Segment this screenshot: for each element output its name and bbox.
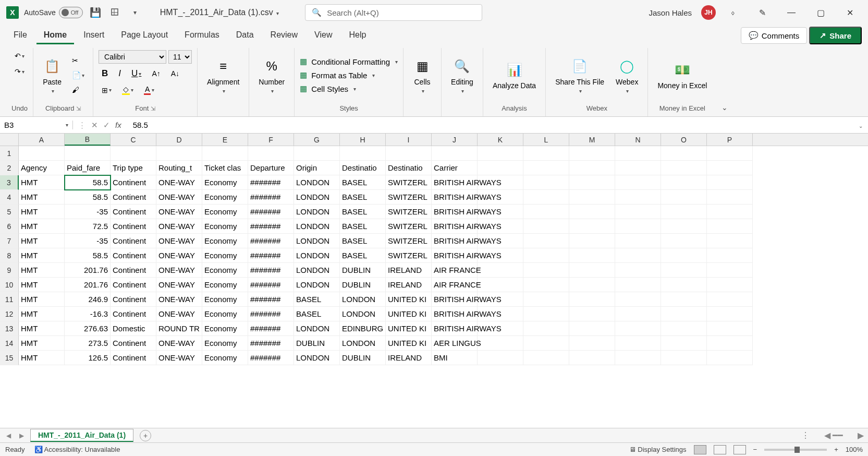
normal-view-button[interactable] [694,445,706,454]
menu-tab-formulas[interactable]: Formulas [177,27,227,44]
paste-button[interactable]: 📋Paste▾ [39,55,66,96]
cell-I8[interactable]: SWITZERL [386,248,432,263]
cell-A5[interactable]: HMT [19,205,65,219]
cell-L13[interactable] [523,321,569,336]
cell-H7[interactable]: BASEL [340,234,386,248]
font-color-button[interactable]: A ▾ [141,83,157,97]
cell-B3[interactable]: 58.5 [65,175,111,190]
cell-styles-button[interactable]: ▦ Cell Styles ▾ [300,84,398,93]
cell-J9[interactable]: AIR FRANCE [432,263,478,278]
row-header-8[interactable]: 8 [0,248,19,263]
copy-button[interactable]: 📄 ▾ [69,69,88,81]
cell-K9[interactable] [478,263,523,278]
editing-button[interactable]: 🔍Editing▾ [447,55,478,96]
cell-N2[interactable] [615,161,661,175]
cell-C6[interactable]: Continent [111,219,156,234]
qat-dropdown[interactable]: ▾ [128,5,142,20]
cell-P12[interactable] [707,307,753,321]
cell-H4[interactable]: BASEL [340,190,386,205]
cell-J11[interactable]: BRITISH AIRWAYS [432,292,478,307]
cell-F10[interactable]: ####### [248,278,294,292]
cell-E13[interactable]: Economy [202,321,248,336]
menu-tab-data[interactable]: Data [229,27,261,44]
cell-J8[interactable]: BRITISH AIRWAYS [432,248,478,263]
cell-O2[interactable] [661,161,707,175]
column-header-A[interactable]: A [19,134,65,146]
cell-J5[interactable]: BRITISH AIRWAYS [432,205,478,219]
cell-P7[interactable] [707,234,753,248]
font-size-select[interactable]: 11 [168,50,192,64]
cell-G2[interactable]: Origin [294,161,340,175]
cell-B2[interactable]: Paid_fare [65,161,111,175]
cell-G12[interactable]: BASEL [294,307,340,321]
cell-P5[interactable] [707,205,753,219]
cell-H14[interactable]: LONDON [340,336,386,351]
cell-M8[interactable] [569,248,615,263]
underline-button[interactable]: U ▾ [128,67,144,80]
cell-K14[interactable] [478,336,523,351]
cell-O7[interactable] [661,234,707,248]
hscroll-right[interactable]: ▶ [858,430,864,440]
cell-N4[interactable] [615,190,661,205]
row-header-10[interactable]: 10 [0,278,19,292]
cell-I9[interactable]: IRELAND [386,263,432,278]
cell-A14[interactable]: HMT [19,336,65,351]
cell-N1[interactable] [615,146,661,161]
cell-H10[interactable]: DUBLIN [340,278,386,292]
cell-G5[interactable]: LONDON [294,205,340,219]
cell-L14[interactable] [523,336,569,351]
cell-L7[interactable] [523,234,569,248]
menu-tab-file[interactable]: File [6,27,34,44]
page-break-view-button[interactable] [733,445,746,454]
webex-button[interactable]: ◯Webex▾ [612,55,642,96]
cell-I5[interactable]: SWITZERL [386,205,432,219]
row-header-1[interactable]: 1 [0,146,19,161]
column-header-P[interactable]: P [707,134,753,146]
cell-G6[interactable]: LONDON [294,219,340,234]
cell-L1[interactable] [523,146,569,161]
row-header-14[interactable]: 14 [0,336,19,351]
cell-N8[interactable] [615,248,661,263]
cell-D12[interactable]: ONE-WAY [156,307,202,321]
decrease-font-button[interactable]: A↓ [168,68,182,79]
cell-B4[interactable]: 58.5 [65,190,111,205]
cell-N5[interactable] [615,205,661,219]
cell-F2[interactable]: Departure [248,161,294,175]
cell-J6[interactable]: BRITISH AIRWAYS [432,219,478,234]
cell-A7[interactable]: HMT [19,234,65,248]
cell-P8[interactable] [707,248,753,263]
close-button[interactable]: ✕ [838,2,862,23]
cell-K5[interactable] [478,205,523,219]
menu-tab-home[interactable]: Home [36,27,74,44]
cell-I6[interactable]: SWITZERL [386,219,432,234]
cell-K2[interactable] [478,161,523,175]
cell-M3[interactable] [569,175,615,190]
cell-C13[interactable]: Domestic [111,321,156,336]
cell-O10[interactable] [661,278,707,292]
cell-B15[interactable]: 126.5 [65,351,111,365]
cell-O3[interactable] [661,175,707,190]
cell-C9[interactable]: Continent [111,263,156,278]
cell-F6[interactable]: ####### [248,219,294,234]
cell-H15[interactable]: DUBLIN [340,351,386,365]
cell-L2[interactable] [523,161,569,175]
cell-G11[interactable]: BASEL [294,292,340,307]
cell-M5[interactable] [569,205,615,219]
cell-K7[interactable] [478,234,523,248]
font-name-select[interactable]: Calibri [99,50,166,64]
cell-H1[interactable] [340,146,386,161]
cell-D3[interactable]: ONE-WAY [156,175,202,190]
cell-N7[interactable] [615,234,661,248]
cell-A6[interactable]: HMT [19,219,65,234]
cell-G3[interactable]: LONDON [294,175,340,190]
conditional-formatting-button[interactable]: ▦ Conditional Formatting ▾ [300,57,398,66]
cell-M15[interactable] [569,351,615,365]
cell-I2[interactable]: Destinatio [386,161,432,175]
display-settings-button[interactable]: 🖥 Display Settings [629,446,687,453]
cells-button[interactable]: ▦Cells▾ [409,55,436,96]
cell-I11[interactable]: UNITED KI [386,292,432,307]
number-button[interactable]: %Number▾ [254,55,289,96]
cell-F4[interactable]: ####### [248,190,294,205]
cell-A1[interactable] [19,146,65,161]
bold-button[interactable]: B [99,67,111,80]
